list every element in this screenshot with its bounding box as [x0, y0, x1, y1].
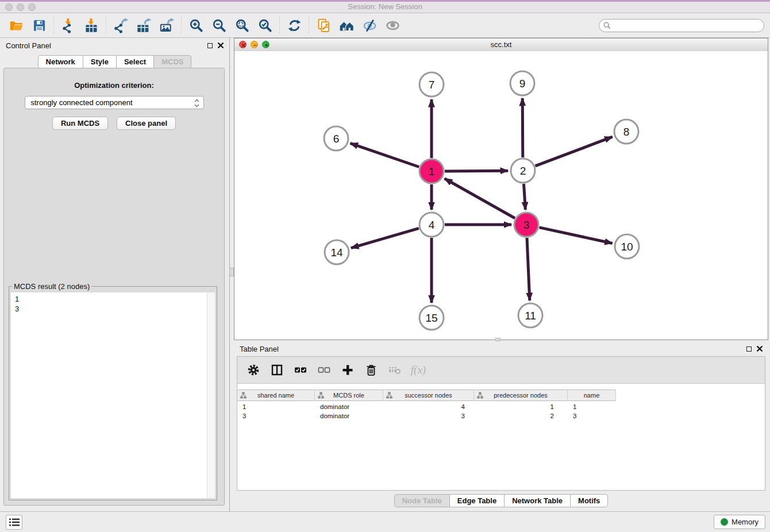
hide-selected-button[interactable] — [358, 16, 381, 35]
network-graph: 1234678910111415 — [234, 51, 768, 340]
export-image-button[interactable] — [155, 16, 178, 35]
open-session-button[interactable] — [5, 16, 28, 35]
graph-node-9[interactable]: 9 — [510, 71, 534, 95]
table-settings-button[interactable] — [247, 363, 260, 377]
svg-text:8: 8 — [623, 126, 630, 138]
export-network-button[interactable] — [109, 16, 132, 35]
search-input[interactable] — [599, 19, 764, 32]
result-scrollbar[interactable] — [207, 292, 215, 498]
tab-network[interactable]: Network — [38, 55, 83, 68]
folder-open-icon — [9, 18, 24, 33]
graph-node-2[interactable]: 2 — [511, 159, 535, 183]
table-header-row: shared nameMCDS rolesuccessor nodesprede… — [237, 390, 616, 401]
show-column-button[interactable] — [270, 363, 284, 377]
graph-node-4[interactable]: 4 — [419, 213, 444, 237]
checked-boxes-icon — [294, 364, 307, 376]
criterion-selected-value: strongly connected component — [31, 98, 133, 107]
tab-mcds[interactable]: MCDS — [153, 55, 191, 68]
panel-splitter-handle[interactable] — [229, 268, 234, 276]
graph-edge-3-1[interactable] — [445, 179, 515, 218]
control-panel-title: Control Panel — [6, 41, 51, 50]
zoom-selected-button[interactable] — [253, 16, 276, 35]
float-panel-icon[interactable] — [207, 43, 213, 48]
mcds-tab-content: Optimization criterion: strongly connect… — [3, 68, 225, 506]
run-mcds-button[interactable]: Run MCDS — [52, 117, 108, 130]
tab-node-table[interactable]: Node Table — [394, 494, 450, 507]
column-header-successor-nodes[interactable]: successor nodes — [383, 390, 474, 400]
export-table-button[interactable] — [132, 16, 155, 35]
graph-node-14[interactable]: 14 — [325, 240, 349, 264]
function-builder-button-disabled: f(x) — [411, 363, 425, 377]
tab-motifs[interactable]: Motifs — [570, 494, 608, 507]
apply-layout-button[interactable] — [283, 16, 306, 35]
graph-edge-2-9[interactable] — [522, 98, 523, 157]
import-table-button[interactable] — [80, 16, 103, 35]
network-window-titlebar[interactable]: scc.txt — [234, 38, 768, 52]
graph-node-15[interactable]: 15 — [419, 306, 444, 330]
graph-node-7[interactable]: 7 — [419, 72, 444, 97]
first-neighbors-button[interactable] — [335, 16, 358, 35]
graph-node-6[interactable]: 6 — [324, 126, 348, 151]
graph-edge-2-3[interactable] — [524, 184, 526, 210]
unselect-all-columns-button[interactable] — [317, 363, 331, 377]
table-row[interactable]: 1dominator411 — [237, 402, 765, 411]
graph-node-10[interactable]: 10 — [615, 234, 639, 259]
select-stepper-icon — [194, 99, 199, 111]
zoom-fit-icon — [234, 18, 250, 33]
network-canvas[interactable]: 1234678910111415 — [234, 51, 768, 340]
fx-icon: f(x) — [411, 364, 426, 376]
graph-edge-4-14[interactable] — [351, 228, 419, 248]
import-network-button[interactable] — [57, 16, 80, 35]
delete-column-button[interactable] — [364, 363, 378, 377]
table-row[interactable]: 3dominator323 — [237, 411, 765, 421]
refresh-icon — [287, 18, 302, 33]
zoom-selected-icon — [257, 18, 273, 33]
copy-network-icon — [316, 18, 332, 33]
close-panel-icon[interactable] — [757, 346, 763, 352]
column-header-name[interactable]: name — [568, 390, 616, 400]
clone-network-button[interactable] — [312, 16, 335, 35]
show-all-button[interactable] — [381, 16, 404, 35]
split-pane-icon — [271, 364, 283, 376]
tab-edge-table[interactable]: Edge Table — [449, 494, 505, 507]
graph-edge-3-11[interactable] — [527, 238, 530, 300]
control-panel: Control Panel NetworkStyleSelectMCDS Opt… — [0, 38, 230, 511]
close-panel-button[interactable]: Close panel — [117, 117, 176, 130]
zoom-out-icon — [211, 18, 227, 33]
column-header-predecessor-nodes[interactable]: predecessor nodes — [474, 390, 568, 400]
create-column-button[interactable] — [341, 363, 355, 377]
task-history-button[interactable] — [6, 515, 22, 530]
import-table-icon — [84, 18, 99, 33]
network-view-window: scc.txt 1234678910111415 — [234, 38, 768, 340]
close-panel-icon[interactable] — [218, 43, 224, 48]
graph-edge-1-2[interactable] — [445, 171, 508, 171]
graph-node-1[interactable]: 1 — [419, 159, 444, 183]
zoom-out-button[interactable] — [207, 16, 230, 35]
select-all-columns-button[interactable] — [294, 363, 307, 377]
memory-status-icon — [721, 518, 728, 526]
graph-node-3[interactable]: 3 — [514, 213, 538, 237]
column-header-mcds-role[interactable]: MCDS role — [315, 390, 383, 400]
zoom-in-button[interactable] — [184, 16, 207, 35]
save-session-button[interactable] — [28, 16, 51, 35]
graph-node-8[interactable]: 8 — [614, 119, 638, 144]
trash-icon — [365, 364, 378, 376]
zoom-fit-button[interactable] — [230, 16, 253, 35]
eye-icon — [385, 18, 401, 33]
memory-button[interactable]: Memory — [714, 515, 765, 529]
svg-text:2: 2 — [520, 165, 526, 177]
graph-edge-1-6[interactable] — [351, 143, 419, 167]
column-header-shared-name[interactable]: shared name — [237, 390, 315, 400]
float-panel-icon[interactable] — [746, 346, 752, 352]
graph-edge-3-10[interactable] — [540, 228, 613, 244]
tab-style[interactable]: Style — [83, 55, 117, 68]
criterion-select[interactable]: strongly connected component — [25, 96, 204, 109]
toolbar-separator — [309, 16, 309, 34]
tab-network-table[interactable]: Network Table — [504, 494, 571, 507]
graph-edge-2-8[interactable] — [536, 137, 613, 166]
graph-node-11[interactable]: 11 — [518, 303, 542, 327]
column-type-icon — [477, 392, 483, 399]
gear-icon — [247, 364, 260, 376]
svg-text:10: 10 — [621, 241, 633, 253]
tab-select[interactable]: Select — [116, 55, 154, 68]
